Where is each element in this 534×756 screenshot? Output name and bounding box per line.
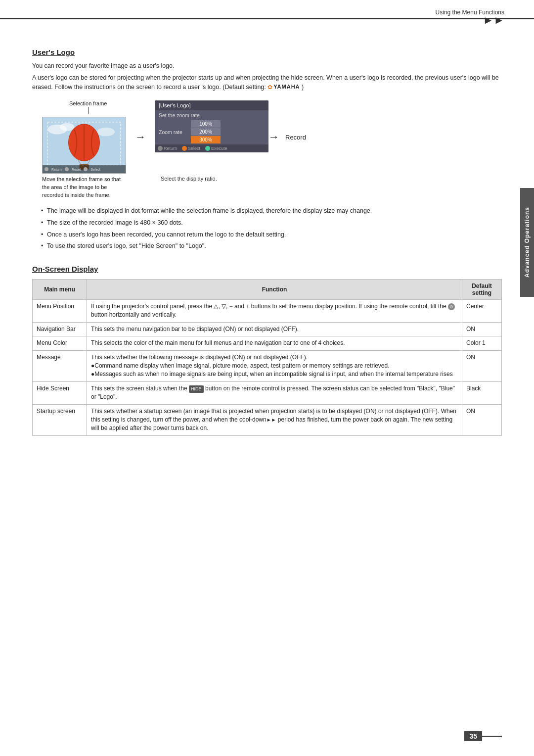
table-row: Navigation Bar This sets the menu naviga… bbox=[33, 322, 502, 336]
row-function-1: This sets the menu navigation bar to be … bbox=[87, 322, 462, 336]
select-icon bbox=[182, 146, 187, 151]
zoom-rate-label: Zoom rate bbox=[159, 129, 191, 135]
row-function-3: This sets whether the following message … bbox=[87, 350, 462, 381]
footer-return: Return bbox=[158, 146, 177, 151]
row-menu-position: Menu Position bbox=[33, 300, 87, 323]
display-ratio-caption: Select the display ratio. bbox=[161, 176, 217, 182]
row-function-5: This sets whether a startup screen (an i… bbox=[87, 404, 462, 435]
svg-point-3 bbox=[97, 128, 115, 137]
main-content: User's Logo You can record your favorite… bbox=[0, 19, 534, 456]
balloon-bottom-bar: Return Reset Select bbox=[43, 165, 126, 173]
row-default-3: ON bbox=[462, 350, 502, 381]
row-message: Message bbox=[33, 350, 87, 381]
menu-panel: [User's Logo] Set the zoom rate Zoom rat… bbox=[155, 100, 268, 152]
users-logo-title: User's Logo bbox=[32, 48, 502, 56]
bar-text-1: Return bbox=[51, 168, 62, 171]
bar-icon-1 bbox=[44, 167, 48, 171]
table-row: Startup screen This sets whether a start… bbox=[33, 404, 502, 435]
row-menu-color: Menu Color bbox=[33, 336, 87, 350]
footer-select-label: Select bbox=[188, 146, 200, 151]
record-area: → Record bbox=[268, 131, 306, 143]
footer-execute-label: Execute bbox=[211, 146, 227, 151]
th-main-menu: Main menu bbox=[33, 280, 87, 300]
table-row: Hide Screen This sets the screen status … bbox=[33, 381, 502, 404]
bullet-item-3: Once a user's logo has been recorded, yo… bbox=[41, 230, 502, 239]
arrow-1: → bbox=[126, 131, 155, 143]
sidebar-tab: Advanced Operations bbox=[520, 188, 534, 297]
tuning-fork-icon: ✿ bbox=[267, 83, 272, 92]
selection-frame-label: Selection frame bbox=[69, 100, 107, 106]
bar-text-3: Select bbox=[90, 168, 100, 171]
balloon-col: Selection frame bbox=[42, 100, 126, 174]
row-hide-screen: Hide Screen bbox=[33, 381, 87, 404]
osd-table: Main menu Function Defaultsetting Menu P… bbox=[32, 279, 502, 436]
bullet-item-4: To use the stored user's logo, set "Hide… bbox=[41, 241, 502, 251]
label-line bbox=[88, 107, 89, 114]
bar-text-2: Reset bbox=[72, 168, 81, 171]
bullet-item-2: The size of the recorded image is 480 × … bbox=[41, 218, 502, 228]
intro-para-1: You can record your favorite image as a … bbox=[32, 61, 502, 71]
section-title: Using the Menu Functions bbox=[30, 9, 504, 18]
table-row: Menu Color This selects the color of the… bbox=[33, 336, 502, 350]
menu-panel-col: [User's Logo] Set the zoom rate Zoom rat… bbox=[155, 100, 268, 152]
menu-panel-subtitle: Set the zoom rate bbox=[155, 110, 268, 119]
row-default-1: ON bbox=[462, 322, 502, 336]
row-function-2: This selects the color of the main menu … bbox=[87, 336, 462, 350]
captions-area: Move the selection frame so that the are… bbox=[42, 176, 502, 199]
move-caption: Move the selection frame so that the are… bbox=[42, 176, 126, 199]
page-line bbox=[482, 736, 502, 737]
page-number-area: 35 bbox=[464, 731, 502, 741]
osd-title: On-Screen Display bbox=[32, 265, 502, 273]
row-startup-screen: Startup screen bbox=[33, 404, 87, 435]
zoom-rate-row: Zoom rate 100% 200% 300% bbox=[155, 119, 268, 144]
intro-para-2-end: ) bbox=[300, 84, 304, 91]
return-icon bbox=[158, 146, 163, 151]
selection-frame-label-area: Selection frame bbox=[69, 100, 107, 114]
zoom-option-300[interactable]: 300% bbox=[191, 136, 221, 143]
intro-para-2: A user's logo can be stored for projecti… bbox=[32, 73, 502, 92]
header-area: Using the Menu Functions ►► bbox=[0, 0, 534, 19]
balloon-image: Return Reset Select bbox=[42, 117, 126, 174]
logo-demo-area: Selection frame bbox=[42, 100, 502, 174]
bullet-item-1: The image will be displayed in dot forma… bbox=[41, 206, 502, 216]
bullet-list: The image will be displayed in dot forma… bbox=[41, 206, 502, 251]
row-nav-bar: Navigation Bar bbox=[33, 322, 87, 336]
menu-panel-footer: Return Select Execute bbox=[155, 144, 268, 152]
row-default-4: Black bbox=[462, 381, 502, 404]
footer-select: Select bbox=[182, 146, 200, 151]
svg-point-2 bbox=[60, 123, 74, 131]
zoom-option-100[interactable]: 100% bbox=[191, 120, 221, 128]
row-function-0: If using the projector's control panel, … bbox=[87, 300, 462, 323]
record-arrow: → bbox=[268, 131, 279, 143]
record-label: Record bbox=[285, 134, 306, 141]
label-line-container: Selection frame bbox=[69, 100, 107, 114]
yamaha-logo-text: YAMAHA bbox=[273, 83, 300, 91]
sidebar-label: Advanced Operations bbox=[524, 207, 531, 278]
navigation-arrows: ►► bbox=[483, 14, 504, 27]
intro-para-2-text: A user's logo can be stored for projecti… bbox=[32, 74, 499, 91]
bar-icon-3 bbox=[84, 167, 88, 171]
menu-panel-title: [User's Logo] bbox=[155, 100, 268, 110]
yamaha-logo: ✿YAMAHA bbox=[267, 83, 300, 92]
row-default-0: Center bbox=[462, 300, 502, 323]
execute-icon bbox=[205, 146, 210, 151]
th-function: Function bbox=[87, 280, 462, 300]
bar-icon-2 bbox=[65, 167, 69, 171]
footer-execute: Execute bbox=[205, 146, 227, 151]
th-default: Defaultsetting bbox=[462, 280, 502, 300]
page-number: 35 bbox=[464, 731, 482, 741]
zoom-option-200[interactable]: 200% bbox=[191, 128, 221, 136]
row-default-5: ON bbox=[462, 404, 502, 435]
table-row: Message This sets whether the following … bbox=[33, 350, 502, 381]
zoom-options: 100% 200% 300% bbox=[191, 120, 265, 143]
row-function-4: This sets the screen status when the HID… bbox=[87, 381, 462, 404]
footer-return-label: Return bbox=[164, 146, 177, 151]
row-default-2: Color 1 bbox=[462, 336, 502, 350]
table-row: Menu Position If using the projector's c… bbox=[33, 300, 502, 323]
